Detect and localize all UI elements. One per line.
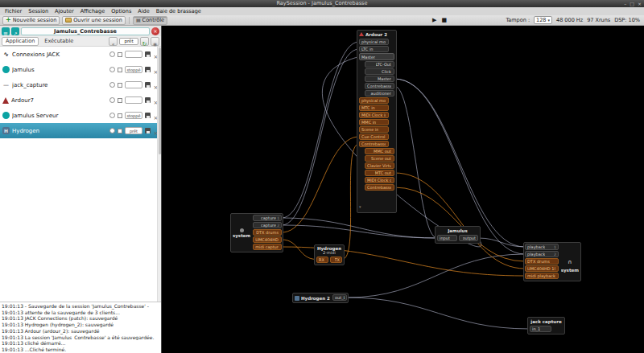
client-save-button[interactable] xyxy=(145,67,151,72)
client-start-button[interactable] xyxy=(109,67,115,72)
client-stop-button[interactable] xyxy=(118,68,122,72)
port[interactable]: output xyxy=(459,235,479,241)
client-row[interactable]: Jamulus stoppé xyxy=(0,62,161,77)
port[interactable]: capture 2 xyxy=(253,222,282,228)
menu-item[interactable]: Affichage xyxy=(77,7,109,15)
port[interactable]: Scene out xyxy=(365,155,394,162)
node-system-playback[interactable]: playback 1 playback 2 DTX drums xyxy=(523,242,581,281)
sample-rate-label: 48 000 Hz xyxy=(556,17,583,23)
rewind-button[interactable] xyxy=(109,37,118,46)
close-icon[interactable] xyxy=(638,0,642,7)
client-save-button[interactable] xyxy=(145,51,151,57)
client-row[interactable]: Jamulus Serveur stoppé xyxy=(0,108,161,123)
port[interactable]: out_L xyxy=(332,294,347,301)
stop-icon[interactable] xyxy=(441,16,447,25)
client-row[interactable]: Hydrogen prêt xyxy=(0,123,161,138)
client-start-button[interactable] xyxy=(109,113,115,118)
port[interactable]: Master xyxy=(365,76,394,82)
menu-item[interactable]: Options xyxy=(108,7,134,15)
log-area[interactable]: 19:01:13 - Sauvegarde de la session 'Jam… xyxy=(0,302,161,353)
node-hydrogen-audio[interactable]: Hydrogen 2 out_L xyxy=(292,293,349,303)
port[interactable]: UMC404HD 192k xyxy=(253,236,282,243)
port[interactable]: MMC out xyxy=(365,148,394,154)
menu-item[interactable]: Baie de brassage xyxy=(153,7,204,15)
save-all-button[interactable] xyxy=(140,37,149,46)
port[interactable]: playback 2 xyxy=(525,251,559,257)
port[interactable]: UMC404HD 192k xyxy=(525,265,559,272)
client-start-button[interactable] xyxy=(109,82,115,88)
port[interactable]: MMC in xyxy=(359,119,389,125)
titlebar[interactable]: RaySession - Jamulus_Contrebasse xyxy=(0,0,644,7)
port[interactable]: capture 1 xyxy=(253,215,282,221)
client-stop-button[interactable] xyxy=(118,113,122,118)
menu-item[interactable]: Ajouter xyxy=(52,7,77,15)
port[interactable]: DTX drums xyxy=(253,229,282,236)
node-hydrogen-midi[interactable]: Hydrogen 2-midi RX TX xyxy=(314,244,345,265)
open-session-button[interactable]: Ouvrir une session xyxy=(62,16,126,25)
port[interactable]: Cue Control in xyxy=(359,133,389,140)
client-list-scrollbar[interactable] xyxy=(157,47,161,302)
client-stop-button[interactable] xyxy=(118,129,122,133)
client-save-button[interactable] xyxy=(145,97,151,103)
node-ardour[interactable]: Ardour 2 physical monitor LTC in xyxy=(357,30,397,213)
port[interactable]: auditioner xyxy=(365,90,394,96)
snapshot-button[interactable] xyxy=(151,37,159,46)
port[interactable]: MIDI Clock out xyxy=(365,177,394,183)
unfold-icon[interactable] xyxy=(359,196,361,211)
port[interactable]: physical monitor xyxy=(359,97,389,104)
port[interactable]: Master xyxy=(359,53,394,60)
minimize-icon[interactable] xyxy=(624,0,626,7)
port[interactable]: MIDI Clock in xyxy=(359,112,389,118)
control-toggle-button[interactable]: Contrôle xyxy=(133,16,167,25)
port[interactable]: Click xyxy=(365,68,394,75)
play-icon[interactable] xyxy=(432,16,436,25)
port[interactable]: Contrebasse xyxy=(359,141,389,147)
port[interactable]: midi playback 3 xyxy=(525,273,559,279)
tab-application[interactable]: Application xyxy=(2,37,39,46)
client-stop-button[interactable] xyxy=(118,52,122,57)
client-row[interactable]: Ardour7 xyxy=(0,92,161,108)
buffer-size-select[interactable]: 128 xyxy=(534,16,552,24)
scrollbar-thumb[interactable] xyxy=(159,47,161,154)
port[interactable]: Clavier Virtuel xyxy=(365,162,394,169)
client-start-button[interactable] xyxy=(109,51,115,57)
port[interactable]: Scene in xyxy=(359,126,389,133)
new-session-button[interactable]: Nouvelle session xyxy=(2,16,60,25)
patchbay-canvas[interactable]: Ardour 2 physical monitor LTC in xyxy=(162,26,644,353)
port[interactable]: TX xyxy=(330,257,342,263)
session-detach-button[interactable] xyxy=(11,27,19,35)
menu-item[interactable]: Fichier xyxy=(2,7,25,15)
port[interactable]: input xyxy=(437,235,457,241)
client-save-button[interactable] xyxy=(145,128,151,133)
port[interactable]: MTC out xyxy=(365,170,394,176)
maximize-icon[interactable] xyxy=(630,0,634,7)
client-save-button[interactable] xyxy=(145,113,151,118)
client-stop-button[interactable] xyxy=(118,83,122,88)
node-jamulus[interactable]: Jamulus input output xyxy=(435,226,481,244)
port[interactable]: playback 1 xyxy=(525,244,559,250)
client-stop-button[interactable] xyxy=(118,98,122,103)
client-start-button[interactable] xyxy=(109,128,115,133)
port[interactable]: LTC-Out xyxy=(365,61,394,68)
port[interactable]: midi capture 3 xyxy=(253,244,282,250)
client-save-button[interactable] xyxy=(145,82,151,88)
client-start-button[interactable] xyxy=(109,97,115,103)
node-system-capture[interactable]: system capture 1 capture 2 xyxy=(230,213,283,252)
port[interactable]: Contrebasse xyxy=(365,184,394,191)
port[interactable]: Contrebasse xyxy=(365,83,394,89)
menu-item[interactable]: Aide xyxy=(134,7,152,15)
port[interactable]: RX xyxy=(316,257,328,263)
tab-executable[interactable]: Exécutable xyxy=(40,37,77,46)
client-row[interactable]: Connexions JACK xyxy=(0,47,161,62)
node-jack-capture[interactable]: jack capture in_1 xyxy=(527,317,565,335)
port[interactable]: LTC in xyxy=(359,46,389,52)
client-row[interactable]: jack_capture xyxy=(0,77,161,92)
session-menu-button[interactable] xyxy=(2,27,10,35)
port[interactable]: in_1 xyxy=(530,326,551,332)
port[interactable]: DTX drums xyxy=(525,258,559,265)
port[interactable]: MTC in xyxy=(359,105,389,111)
port[interactable]: physical monitor xyxy=(359,39,389,45)
node-title: jack capture xyxy=(530,319,561,324)
xruns-counter[interactable]: 97 Xruns xyxy=(587,17,610,23)
menu-item[interactable]: Session xyxy=(25,7,52,15)
